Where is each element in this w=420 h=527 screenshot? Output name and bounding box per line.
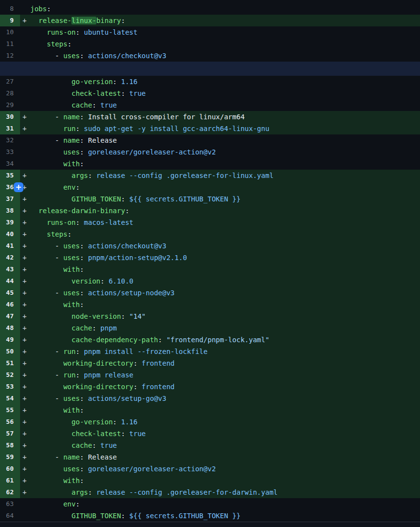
code-cell: env:	[20, 498, 420, 510]
code-cell: + uses: goreleaser/goreleaser-action@v2	[20, 463, 420, 475]
code-line-text: uses: goreleaser/goreleaser-action@v2	[30, 146, 216, 158]
code-line-text: working-directory: frontend	[30, 357, 175, 369]
line-number[interactable]: 33	[0, 146, 20, 158]
line-number[interactable]: 61	[0, 475, 20, 486]
line-number[interactable]: 46	[0, 299, 20, 310]
diff-marker: +	[20, 240, 30, 252]
expand-hidden-lines-band[interactable]	[0, 62, 420, 76]
line-number[interactable]: 49	[0, 334, 20, 346]
line-number[interactable]: 41	[0, 240, 20, 252]
diff-row: 38+ release-darwin-binary:	[0, 205, 420, 217]
diff-marker	[20, 158, 30, 170]
code-line-text: check-latest: true	[30, 88, 146, 99]
diff-marker: +	[20, 123, 30, 134]
diff-marker	[20, 50, 30, 62]
diff-row: 47+ node-version: "14"	[0, 310, 420, 322]
line-number[interactable]: 59	[0, 451, 20, 463]
line-number[interactable]: 8	[0, 3, 20, 15]
code-cell: + steps:	[20, 228, 420, 240]
line-number[interactable]: 44	[0, 275, 20, 287]
line-number[interactable]: 29	[0, 99, 20, 111]
line-number[interactable]: 37	[0, 193, 20, 205]
code-cell: + cache-dependency-path: "frontend/pnpm-…	[20, 334, 420, 346]
diff-marker: +	[20, 170, 30, 181]
line-number[interactable]: 53	[0, 381, 20, 393]
code-line-text: args: release --config .goreleaser-for-l…	[30, 170, 273, 181]
line-number[interactable]: 64	[0, 510, 20, 522]
code-cell: + release-darwin-binary:	[20, 205, 420, 217]
code-cell: + - uses: actions/setup-node@v3	[20, 287, 420, 299]
line-number[interactable]: 52	[0, 369, 20, 381]
line-number[interactable]: 58	[0, 439, 20, 451]
line-number[interactable]: 40	[0, 228, 20, 240]
diff-marker: +	[20, 193, 30, 205]
line-number[interactable]: 43	[0, 264, 20, 275]
code-line-text: go-version: 1.16	[30, 416, 137, 428]
diff-row: 9+ release-linux-binary:	[0, 15, 420, 26]
line-number[interactable]: 56	[0, 416, 20, 428]
line-number[interactable]: 30	[0, 111, 20, 123]
diff-marker: +	[20, 275, 30, 287]
line-number[interactable]: 9	[0, 15, 20, 26]
code-line-text: - name: Install cross-compiler for linux…	[30, 111, 244, 123]
code-cell: with:	[20, 158, 420, 170]
line-number[interactable]: 35	[0, 170, 20, 181]
code-line-text: - run: pnpm release	[30, 369, 133, 381]
line-number[interactable]: 45	[0, 287, 20, 299]
diff-row: 33 uses: goreleaser/goreleaser-action@v2	[0, 146, 420, 158]
line-number[interactable]: 32	[0, 134, 20, 146]
line-number[interactable]: 57	[0, 428, 20, 439]
line-number[interactable]: 31	[0, 123, 20, 134]
line-number[interactable]: 27	[0, 76, 20, 88]
diff-marker: +	[20, 217, 30, 228]
line-number[interactable]: 10	[0, 26, 20, 38]
diff-row: 44+ version: 6.10.0	[0, 275, 420, 287]
diff-marker: +	[20, 486, 30, 498]
diff-row: 41+ - uses: actions/checkout@v3	[0, 240, 420, 252]
line-number[interactable]: 48	[0, 322, 20, 334]
code-line-text: steps:	[30, 228, 71, 240]
diff-marker	[20, 38, 30, 50]
code-line-text: uses: goreleaser/goreleaser-action@v2	[30, 463, 216, 475]
line-number[interactable]: 63	[0, 498, 20, 510]
code-line-text: env:	[30, 498, 80, 510]
code-line-text: version: 6.10.0	[30, 275, 133, 287]
diff-row: 60+ uses: goreleaser/goreleaser-action@v…	[0, 463, 420, 475]
line-number[interactable]: 28	[0, 88, 20, 99]
diff-row: 11 steps:	[0, 38, 420, 50]
diff-row: 58+ cache: true	[0, 439, 420, 451]
line-number[interactable]: 62	[0, 486, 20, 498]
code-cell: + working-directory: frontend	[20, 381, 420, 393]
diff-marker: +	[20, 404, 30, 416]
code-line-text: args: release --config .goreleaser-for-d…	[30, 486, 278, 498]
line-number[interactable]: 54	[0, 393, 20, 404]
add-comment-button[interactable]: +	[14, 182, 23, 192]
code-cell: + cache: pnpm	[20, 322, 420, 334]
line-number[interactable]: 34	[0, 158, 20, 170]
code-line-text: with:	[30, 158, 84, 170]
code-line-text: with:	[30, 299, 84, 310]
code-line-text: run: sudo apt-get -y install gcc-aarch64…	[30, 123, 269, 134]
code-line-text: - name: Release	[30, 451, 117, 463]
line-number[interactable]: 47	[0, 310, 20, 322]
diff-row: 31+ run: sudo apt-get -y install gcc-aar…	[0, 123, 420, 134]
diff-marker	[20, 26, 30, 38]
code-line-text: release-linux-binary:	[30, 15, 125, 26]
line-number[interactable]: 39	[0, 217, 20, 228]
code-cell: + - run: pnpm install --frozen-lockfile	[20, 346, 420, 357]
line-number[interactable]: 55	[0, 404, 20, 416]
line-number[interactable]: 38	[0, 205, 20, 217]
code-cell: + with:	[20, 404, 420, 416]
diff-row: 49+ cache-dependency-path: "frontend/pnp…	[0, 334, 420, 346]
line-number[interactable]: 50	[0, 346, 20, 357]
line-number[interactable]: 11	[0, 38, 20, 50]
line-number[interactable]: 60	[0, 463, 20, 475]
line-number[interactable]: 51	[0, 357, 20, 369]
line-number[interactable]: 42	[0, 252, 20, 264]
diff-row: 51+ working-directory: frontend	[0, 357, 420, 369]
diff-row: 36+ env:+	[0, 181, 420, 193]
line-number[interactable]: 12	[0, 50, 20, 62]
diff-row: 40+ steps:	[0, 228, 420, 240]
code-line-text: working-directory: frontend	[30, 381, 175, 393]
diff-marker: +	[20, 299, 30, 310]
